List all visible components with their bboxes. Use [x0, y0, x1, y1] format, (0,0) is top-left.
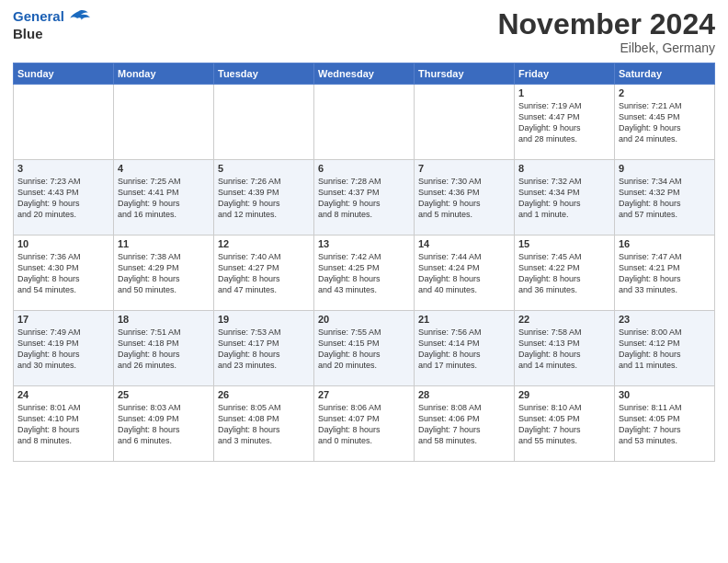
day-number: 9	[619, 163, 711, 174]
calendar-cell	[314, 85, 415, 160]
col-tuesday: Tuesday	[214, 63, 314, 85]
day-info: Sunrise: 7:23 AM Sunset: 4:43 PM Dayligh…	[17, 176, 109, 221]
calendar-week-row: 24Sunrise: 8:01 AM Sunset: 4:10 PM Dayli…	[14, 386, 715, 462]
day-number: 30	[619, 389, 711, 400]
day-info: Sunrise: 7:45 AM Sunset: 4:22 PM Dayligh…	[518, 251, 610, 296]
day-info: Sunrise: 7:30 AM Sunset: 4:36 PM Dayligh…	[418, 176, 510, 221]
day-number: 4	[118, 163, 210, 174]
day-info: Sunrise: 8:05 AM Sunset: 4:08 PM Dayligh…	[218, 402, 310, 447]
calendar-cell: 20Sunrise: 7:55 AM Sunset: 4:15 PM Dayli…	[314, 311, 415, 386]
calendar-week-row: 3Sunrise: 7:23 AM Sunset: 4:43 PM Daylig…	[14, 160, 715, 236]
calendar-cell	[14, 85, 114, 160]
calendar-cell: 27Sunrise: 8:06 AM Sunset: 4:07 PM Dayli…	[314, 386, 415, 462]
day-info: Sunrise: 7:26 AM Sunset: 4:39 PM Dayligh…	[218, 176, 310, 221]
day-info: Sunrise: 8:06 AM Sunset: 4:07 PM Dayligh…	[318, 402, 410, 447]
calendar-cell: 16Sunrise: 7:47 AM Sunset: 4:21 PM Dayli…	[615, 236, 715, 311]
calendar-cell: 29Sunrise: 8:10 AM Sunset: 4:05 PM Dayli…	[515, 386, 615, 462]
day-number: 23	[619, 314, 711, 325]
calendar-cell: 18Sunrise: 7:51 AM Sunset: 4:18 PM Dayli…	[114, 311, 214, 386]
calendar-week-row: 17Sunrise: 7:49 AM Sunset: 4:19 PM Dayli…	[14, 311, 715, 386]
calendar-cell: 30Sunrise: 8:11 AM Sunset: 4:05 PM Dayli…	[615, 386, 715, 462]
day-info: Sunrise: 7:28 AM Sunset: 4:37 PM Dayligh…	[318, 176, 410, 221]
col-monday: Monday	[114, 63, 214, 85]
day-info: Sunrise: 7:38 AM Sunset: 4:29 PM Dayligh…	[118, 251, 210, 296]
calendar-cell: 8Sunrise: 7:32 AM Sunset: 4:34 PM Daylig…	[515, 160, 615, 236]
calendar-cell: 2Sunrise: 7:21 AM Sunset: 4:45 PM Daylig…	[615, 85, 715, 160]
calendar-cell: 15Sunrise: 7:45 AM Sunset: 4:22 PM Dayli…	[515, 236, 615, 311]
calendar-cell	[114, 85, 214, 160]
day-info: Sunrise: 7:58 AM Sunset: 4:13 PM Dayligh…	[518, 327, 610, 372]
day-info: Sunrise: 7:32 AM Sunset: 4:34 PM Dayligh…	[518, 176, 610, 221]
calendar-cell	[214, 85, 314, 160]
day-number: 11	[118, 238, 210, 249]
day-number: 28	[418, 389, 510, 400]
calendar-cell: 10Sunrise: 7:36 AM Sunset: 4:30 PM Dayli…	[14, 236, 114, 311]
col-friday: Friday	[515, 63, 615, 85]
day-number: 17	[17, 314, 109, 325]
day-info: Sunrise: 7:47 AM Sunset: 4:21 PM Dayligh…	[619, 251, 711, 296]
day-number: 3	[17, 163, 109, 174]
day-info: Sunrise: 7:49 AM Sunset: 4:19 PM Dayligh…	[17, 327, 109, 372]
day-info: Sunrise: 8:08 AM Sunset: 4:06 PM Dayligh…	[418, 402, 510, 447]
calendar-table: Sunday Monday Tuesday Wednesday Thursday…	[13, 63, 715, 462]
day-number: 12	[218, 238, 310, 249]
col-saturday: Saturday	[615, 63, 715, 85]
col-thursday: Thursday	[415, 63, 515, 85]
day-number: 14	[418, 238, 510, 249]
calendar-cell: 21Sunrise: 7:56 AM Sunset: 4:14 PM Dayli…	[415, 311, 515, 386]
day-info: Sunrise: 7:25 AM Sunset: 4:41 PM Dayligh…	[118, 176, 210, 221]
day-info: Sunrise: 7:42 AM Sunset: 4:25 PM Dayligh…	[318, 251, 410, 296]
calendar-cell: 14Sunrise: 7:44 AM Sunset: 4:24 PM Dayli…	[415, 236, 515, 311]
calendar-cell: 7Sunrise: 7:30 AM Sunset: 4:36 PM Daylig…	[415, 160, 515, 236]
day-number: 26	[218, 389, 310, 400]
day-number: 1	[518, 87, 610, 98]
calendar-week-row: 10Sunrise: 7:36 AM Sunset: 4:30 PM Dayli…	[14, 236, 715, 311]
day-info: Sunrise: 8:10 AM Sunset: 4:05 PM Dayligh…	[518, 402, 610, 447]
day-info: Sunrise: 7:44 AM Sunset: 4:24 PM Dayligh…	[418, 251, 510, 296]
day-number: 7	[418, 163, 510, 174]
day-number: 25	[118, 389, 210, 400]
day-number: 21	[418, 314, 510, 325]
logo-text: General	[13, 9, 90, 26]
day-number: 20	[318, 314, 410, 325]
day-info: Sunrise: 7:21 AM Sunset: 4:45 PM Dayligh…	[619, 100, 711, 145]
calendar-cell: 12Sunrise: 7:40 AM Sunset: 4:27 PM Dayli…	[214, 236, 314, 311]
day-number: 6	[318, 163, 410, 174]
calendar-week-row: 1Sunrise: 7:19 AM Sunset: 4:47 PM Daylig…	[14, 85, 715, 160]
calendar-header-row: Sunday Monday Tuesday Wednesday Thursday…	[14, 63, 715, 85]
day-number: 5	[218, 163, 310, 174]
day-number: 8	[518, 163, 610, 174]
col-sunday: Sunday	[14, 63, 114, 85]
page: General Blue November 2024 Eilbek, Germa…	[0, 0, 728, 563]
day-info: Sunrise: 8:01 AM Sunset: 4:10 PM Dayligh…	[17, 402, 109, 447]
calendar-cell	[415, 85, 515, 160]
day-info: Sunrise: 7:55 AM Sunset: 4:15 PM Dayligh…	[318, 327, 410, 372]
day-info: Sunrise: 7:34 AM Sunset: 4:32 PM Dayligh…	[619, 176, 711, 221]
day-number: 15	[518, 238, 610, 249]
day-number: 24	[17, 389, 109, 400]
day-info: Sunrise: 8:03 AM Sunset: 4:09 PM Dayligh…	[118, 402, 210, 447]
location-subtitle: Eilbek, Germany	[497, 40, 715, 55]
logo-bird-icon	[70, 9, 90, 26]
calendar-cell: 6Sunrise: 7:28 AM Sunset: 4:37 PM Daylig…	[314, 160, 415, 236]
day-number: 29	[518, 389, 610, 400]
calendar-cell: 4Sunrise: 7:25 AM Sunset: 4:41 PM Daylig…	[114, 160, 214, 236]
day-info: Sunrise: 7:56 AM Sunset: 4:14 PM Dayligh…	[418, 327, 510, 372]
day-info: Sunrise: 7:19 AM Sunset: 4:47 PM Dayligh…	[518, 100, 610, 145]
calendar-cell: 23Sunrise: 8:00 AM Sunset: 4:12 PM Dayli…	[615, 311, 715, 386]
day-info: Sunrise: 7:36 AM Sunset: 4:30 PM Dayligh…	[17, 251, 109, 296]
day-number: 19	[218, 314, 310, 325]
day-info: Sunrise: 8:11 AM Sunset: 4:05 PM Dayligh…	[619, 402, 711, 447]
calendar-cell: 25Sunrise: 8:03 AM Sunset: 4:09 PM Dayli…	[114, 386, 214, 462]
calendar-cell: 26Sunrise: 8:05 AM Sunset: 4:08 PM Dayli…	[214, 386, 314, 462]
day-number: 13	[318, 238, 410, 249]
calendar-cell: 24Sunrise: 8:01 AM Sunset: 4:10 PM Dayli…	[14, 386, 114, 462]
calendar-cell: 13Sunrise: 7:42 AM Sunset: 4:25 PM Dayli…	[314, 236, 415, 311]
calendar-cell: 28Sunrise: 8:08 AM Sunset: 4:06 PM Dayli…	[415, 386, 515, 462]
calendar-cell: 3Sunrise: 7:23 AM Sunset: 4:43 PM Daylig…	[14, 160, 114, 236]
calendar-cell: 11Sunrise: 7:38 AM Sunset: 4:29 PM Dayli…	[114, 236, 214, 311]
day-info: Sunrise: 7:40 AM Sunset: 4:27 PM Dayligh…	[218, 251, 310, 296]
day-number: 18	[118, 314, 210, 325]
calendar-cell: 5Sunrise: 7:26 AM Sunset: 4:39 PM Daylig…	[214, 160, 314, 236]
day-info: Sunrise: 7:51 AM Sunset: 4:18 PM Dayligh…	[118, 327, 210, 372]
